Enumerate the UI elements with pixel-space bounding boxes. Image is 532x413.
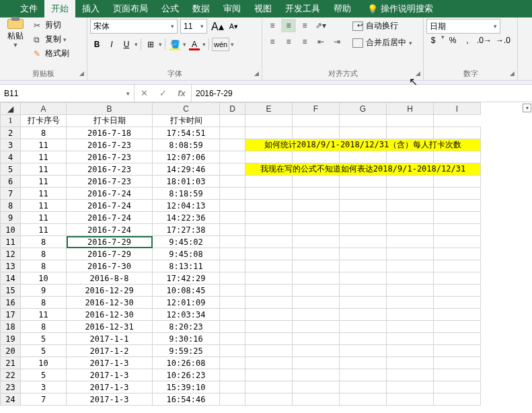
cell[interactable]: 8:13:11: [153, 260, 220, 272]
cell[interactable]: 8: [21, 127, 67, 139]
cell[interactable]: 9:59:25: [153, 345, 220, 357]
percent-button[interactable]: %: [446, 34, 459, 47]
currency-button[interactable]: $: [426, 34, 440, 47]
cell[interactable]: 2016-7-23: [67, 163, 153, 176]
col-header-G[interactable]: G: [340, 103, 387, 115]
cell[interactable]: 5: [21, 345, 67, 357]
chevron-down-icon[interactable]: ▾: [126, 90, 130, 97]
cell[interactable]: 10:26:23: [153, 369, 220, 381]
comma-button[interactable]: ,: [461, 34, 474, 47]
col-header-H[interactable]: H: [387, 103, 434, 115]
align-left-button[interactable]: ≡: [265, 35, 280, 48]
cell[interactable]: 2016-7-18: [67, 127, 153, 139]
name-box-input[interactable]: [4, 89, 118, 98]
cell[interactable]: 2016-7-23: [67, 176, 153, 188]
cell[interactable]: 9:45:02: [153, 236, 220, 248]
note-cell[interactable]: 我现在写的公式不知道如何表达2018/9/1-2018/12/31: [245, 163, 481, 176]
cell[interactable]: [220, 309, 245, 321]
cell[interactable]: 14:22:36: [153, 212, 220, 224]
cell[interactable]: [220, 285, 245, 297]
enter-formula-button[interactable]: ✓: [153, 88, 172, 98]
tab-file[interactable]: 文件: [13, 0, 44, 17]
number-format-select[interactable]: 日期▾: [426, 19, 500, 34]
number-dialog-launcher[interactable]: ◢: [508, 70, 516, 78]
cell[interactable]: 9: [21, 285, 67, 297]
decrease-indent-button[interactable]: ⇤: [313, 35, 328, 48]
align-right-button[interactable]: ≡: [297, 35, 312, 48]
cell[interactable]: 14:29:46: [153, 163, 220, 176]
cell[interactable]: 打卡日期▾: [67, 115, 153, 127]
cell[interactable]: 15:39:10: [153, 381, 220, 393]
font-name-select[interactable]: 宋体▾: [90, 19, 178, 34]
orientation-button[interactable]: ⇗▾: [313, 19, 328, 32]
worksheet-grid[interactable]: ◢ABCDEFGHI1打卡序号▾打卡日期▾打卡时间▾▾▾282016-7-181…: [0, 102, 532, 406]
cell[interactable]: 10: [21, 357, 67, 369]
col-header-F[interactable]: F: [293, 103, 340, 115]
row-header[interactable]: 1: [1, 115, 21, 127]
increase-decimal-button[interactable]: .0→: [476, 34, 493, 47]
cell[interactable]: 18:01:03: [153, 176, 220, 188]
row-header[interactable]: 16: [1, 297, 21, 309]
cell[interactable]: 2016-12-29: [67, 285, 153, 297]
row-header[interactable]: 18: [1, 321, 21, 333]
decrease-decimal-button[interactable]: →.0: [494, 34, 512, 47]
cell[interactable]: 9:45:08: [153, 248, 220, 260]
row-header[interactable]: 7: [1, 188, 21, 200]
row-header[interactable]: 21: [1, 357, 21, 369]
bold-button[interactable]: B: [90, 38, 104, 51]
align-bottom-button[interactable]: ≡: [297, 19, 312, 32]
row-header[interactable]: 13: [1, 260, 21, 272]
row-header[interactable]: 17: [1, 309, 21, 321]
tab-data[interactable]: 数据: [186, 0, 217, 17]
cell[interactable]: 10:26:08: [153, 357, 220, 369]
cell[interactable]: 17:27:38: [153, 224, 220, 236]
cell[interactable]: [293, 115, 340, 127]
cell[interactable]: 5: [21, 333, 67, 345]
cell[interactable]: 2017-1-3: [67, 393, 153, 406]
cell[interactable]: 2017-1-3: [67, 369, 153, 381]
border-button[interactable]: ⊞: [144, 38, 157, 51]
tab-view[interactable]: 视图: [248, 0, 278, 17]
italic-button[interactable]: I: [105, 38, 118, 51]
cell[interactable]: 8:20:23: [153, 321, 220, 333]
cell[interactable]: 8: [21, 297, 67, 309]
wrap-text-button[interactable]: 自动换行: [350, 19, 415, 33]
cell[interactable]: 9:30:16: [153, 333, 220, 345]
cell[interactable]: 2017-1-2: [67, 345, 153, 357]
cell[interactable]: 11: [21, 176, 67, 188]
cell[interactable]: 2016-7-30: [67, 260, 153, 272]
row-header[interactable]: 15: [1, 285, 21, 297]
cell[interactable]: 7: [21, 393, 67, 406]
cell[interactable]: 8: [21, 236, 67, 248]
row-header[interactable]: 2: [1, 127, 21, 139]
cell[interactable]: 11: [21, 163, 67, 176]
increase-indent-button[interactable]: ⇥: [330, 35, 344, 48]
cell[interactable]: 5: [21, 369, 67, 381]
cell[interactable]: [220, 297, 245, 309]
row-header[interactable]: 9: [1, 212, 21, 224]
cell[interactable]: 2017-1-3: [67, 357, 153, 369]
cell[interactable]: [220, 200, 245, 212]
clipboard-dialog-launcher[interactable]: ◢: [77, 70, 85, 78]
col-header-A[interactable]: A: [21, 103, 67, 115]
cell[interactable]: 2017-1-1: [67, 333, 153, 345]
cell[interactable]: [220, 224, 245, 236]
cell[interactable]: [220, 212, 245, 224]
align-dialog-launcher[interactable]: ◢: [414, 70, 422, 78]
cell[interactable]: [220, 176, 245, 188]
cell[interactable]: 2016-7-24: [67, 224, 153, 236]
align-center-button[interactable]: ≡: [281, 35, 296, 48]
cell[interactable]: 2016-7-24: [67, 212, 153, 224]
cell[interactable]: 11: [21, 188, 67, 200]
shrink-font-button[interactable]: A▾: [228, 22, 239, 31]
cell[interactable]: 8:08:59: [153, 139, 220, 151]
cell[interactable]: [220, 139, 245, 151]
row-header[interactable]: 23: [1, 381, 21, 393]
fill-color-button[interactable]: 🪣: [168, 38, 182, 51]
cell[interactable]: [220, 272, 245, 285]
cell[interactable]: [220, 369, 245, 381]
cell[interactable]: 12:03:34: [153, 309, 220, 321]
cell[interactable]: 2016-12-31: [67, 321, 153, 333]
cell[interactable]: 11: [21, 151, 67, 163]
cell[interactable]: [220, 333, 245, 345]
